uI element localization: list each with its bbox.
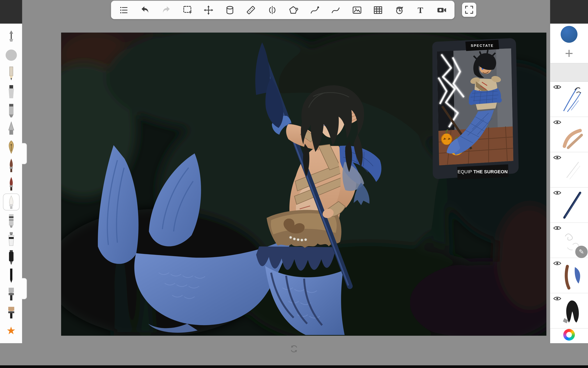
tool-striped-marker[interactable]: [2, 211, 20, 229]
layer-thumbnail: [560, 190, 584, 220]
time-lapse-button[interactable]: [392, 3, 406, 17]
color-swatch[interactable]: [561, 26, 578, 43]
soft-round-brush-icon: [4, 46, 18, 64]
status-corner-left: [0, 0, 22, 24]
perspective-grid-icon: [372, 4, 384, 16]
layers-panel: +: [550, 24, 588, 343]
redo-icon: [160, 4, 172, 16]
symmetry-button[interactable]: [265, 3, 279, 17]
brush-palette: ★: [0, 24, 22, 343]
star-icon: ★: [6, 325, 16, 336]
fountain-pen-nib-icon: [4, 138, 18, 156]
add-image-icon: [351, 4, 363, 16]
stroke-button[interactable]: [329, 3, 343, 17]
canvas[interactable]: SPECTATE EQUIP THE SURGEON: [61, 33, 546, 336]
panel-divider: [550, 63, 588, 82]
rotate-canvas-button[interactable]: [289, 344, 299, 353]
ruler-icon: [245, 4, 257, 16]
layer-row[interactable]: [550, 152, 588, 188]
pointed-brush-icon: [4, 157, 18, 174]
reference-card: SPECTATE EQUIP THE SURGEON: [432, 38, 518, 180]
undo-button[interactable]: [138, 3, 152, 17]
stroke-icon: [330, 4, 342, 16]
status-corner-right: [550, 0, 588, 24]
paint-brush-icon: [4, 193, 18, 211]
tool-ink-marker[interactable]: [2, 83, 20, 101]
camera-icon: [436, 4, 448, 16]
layer-row[interactable]: [550, 117, 588, 152]
tool-airbrush-cone[interactable]: [2, 119, 20, 138]
add-image-button[interactable]: [350, 3, 364, 17]
fill-cylinder-button[interactable]: [223, 3, 236, 17]
shape-lasso-button[interactable]: [287, 3, 300, 17]
wide-flat-brush-icon: [4, 304, 18, 321]
text-tool-icon: T: [415, 4, 426, 16]
layer-row[interactable]: [550, 258, 588, 294]
eye-icon[interactable]: [553, 120, 562, 126]
tool-wide-flat-brush[interactable]: [2, 303, 20, 322]
tool-chisel-marker[interactable]: [2, 101, 20, 119]
tool-black-marker[interactable]: [2, 248, 20, 266]
chisel-marker-icon: [4, 101, 18, 119]
layer-thumbnail: [560, 295, 584, 326]
eye-icon[interactable]: [553, 190, 562, 196]
tool-technical-pen[interactable]: [2, 266, 20, 285]
tool-paint-brush-selected[interactable]: [2, 193, 20, 211]
color-wheel-button[interactable]: [563, 329, 575, 340]
menu-list-button[interactable]: [117, 3, 130, 17]
technical-pen-icon: [4, 267, 18, 284]
menu-list-icon: [118, 4, 129, 16]
tool-airbrush-pen[interactable]: [2, 27, 20, 46]
fill-cylinder-icon: [224, 4, 235, 16]
layer-thumbnail: [560, 119, 584, 149]
tool-fountain-pen-nib[interactable]: [2, 138, 20, 156]
tool-paint-tube[interactable]: [2, 230, 20, 248]
layer-row[interactable]: [550, 82, 588, 117]
spectate-label: SPECTATE: [471, 44, 494, 48]
predictive-stroke-button[interactable]: [308, 3, 321, 17]
eye-icon[interactable]: [553, 261, 562, 267]
perspective-grid-button[interactable]: [371, 3, 385, 17]
add-layer-button[interactable]: +: [550, 45, 588, 62]
black-marker-icon: [4, 248, 18, 266]
detail-brush-icon: [4, 175, 18, 192]
shape-lasso-icon: [288, 4, 299, 16]
eye-icon[interactable]: [553, 225, 562, 231]
layer-list: [550, 82, 588, 329]
eye-icon[interactable]: [553, 155, 562, 161]
redo-button[interactable]: [159, 3, 173, 17]
brush-opacity-slider-handle[interactable]: [22, 278, 27, 299]
tool-detail-brush[interactable]: [2, 174, 20, 193]
layer-row[interactable]: [550, 188, 588, 223]
marquee-select-icon: [182, 4, 193, 16]
tool-pointed-brush[interactable]: [2, 156, 20, 174]
eye-icon[interactable]: [553, 84, 562, 91]
transform-move-button[interactable]: [202, 3, 215, 17]
home-indicator-bar: [0, 365, 588, 368]
text-tool-button[interactable]: T: [414, 3, 427, 17]
artwork: SPECTATE EQUIP THE SURGEON: [61, 33, 546, 336]
tool-flat-brush[interactable]: [2, 285, 20, 303]
tool-soft-round-brush[interactable]: [2, 46, 20, 64]
app-window: T ★: [0, 0, 588, 368]
ruler-button[interactable]: [244, 3, 258, 17]
eye-icon[interactable]: [553, 296, 562, 302]
brush-size-slider-handle[interactable]: [22, 143, 27, 164]
svg-text:T: T: [418, 5, 423, 15]
symmetry-icon: [266, 4, 278, 16]
airbrush-cone-icon: [4, 120, 18, 137]
striped-marker-icon: [4, 212, 18, 229]
marquee-select-button[interactable]: [181, 3, 194, 17]
fullscreen-button[interactable]: [462, 2, 476, 17]
fullscreen-icon: [463, 4, 475, 16]
airbrush-pen-icon: [4, 28, 18, 45]
equip-label: EQUIP THE SURGEON: [458, 169, 508, 174]
layer-row[interactable]: [550, 293, 588, 329]
favorites-star-button[interactable]: ★: [2, 321, 20, 340]
tool-pencil[interactable]: [2, 64, 20, 83]
rotate-icon: [289, 344, 299, 353]
flat-brush-icon: [4, 285, 18, 303]
camera-button[interactable]: [435, 3, 448, 17]
layer-thumbnail: [560, 155, 584, 185]
layer-edit-badge[interactable]: ✎: [575, 246, 588, 258]
